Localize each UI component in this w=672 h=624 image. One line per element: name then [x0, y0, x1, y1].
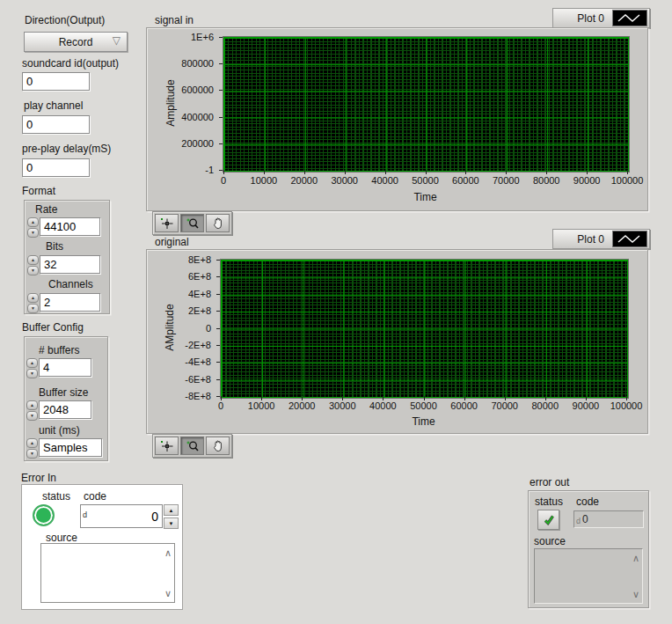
y-tick-label: -8E+8: [185, 391, 211, 401]
x-tick-label: 80000: [532, 400, 559, 411]
scroll-down-icon[interactable]: ∨: [164, 589, 172, 598]
error-in-code-field[interactable]: d 0: [80, 504, 163, 528]
x-tick-label: 40000: [371, 175, 398, 186]
bits-field[interactable]: 32: [40, 255, 100, 274]
plot-area[interactable]: [223, 37, 629, 172]
x-tick-label: 0: [221, 175, 226, 186]
increment-icon[interactable]: ▲: [27, 255, 39, 265]
buffer-size-label: Buffer size: [39, 386, 88, 399]
zoom-tool-button[interactable]: [180, 437, 204, 455]
x-tick-label: 50000: [410, 400, 437, 411]
decrement-icon[interactable]: ▼: [26, 369, 38, 378]
buffer-size-field[interactable]: 2048: [39, 400, 91, 419]
bits-spinner[interactable]: ▲ ▼: [27, 255, 39, 275]
x-axis[interactable]: 0100002000030000400005000060000700008000…: [221, 400, 626, 413]
error-in-code-spinner[interactable]: ▲ ▼: [164, 504, 179, 529]
y-tick-label: 0: [206, 323, 211, 334]
y-tick-label: -1: [205, 165, 214, 175]
pan-tool-button[interactable]: [206, 437, 230, 455]
x-tick-label: 70000: [491, 400, 518, 411]
preplay-delay-label: pre-play delay(mS): [22, 143, 111, 155]
zoom-tool-button[interactable]: [180, 214, 204, 232]
rate-label: Rate: [35, 203, 57, 216]
waveform-graph-original: AMplitude 8E+86E+84E+82E+80-2E+8-4E+8-6E…: [146, 249, 648, 434]
x-tick-label: 30000: [331, 175, 358, 186]
plot-legend-signal-in[interactable]: Plot 0: [552, 8, 650, 28]
num-buffers-field[interactable]: 4: [39, 358, 91, 377]
error-in-status-label: status: [42, 490, 70, 503]
y-tick-label: 800000: [181, 58, 214, 69]
x-tick-mark: [465, 170, 466, 174]
x-axis-label: Time: [223, 191, 627, 203]
increment-icon[interactable]: ▲: [27, 217, 39, 227]
y-tick-label: 1E+6: [191, 32, 214, 42]
channels-spinner[interactable]: ▲ ▼: [27, 293, 39, 313]
graph-title-signal-in: signal in: [155, 14, 194, 26]
cursor-tool-button[interactable]: [155, 214, 179, 232]
x-tick-label: 100000: [611, 175, 644, 186]
plot-line-sample-icon[interactable]: [612, 231, 647, 247]
unit-spinner[interactable]: ▲ ▼: [26, 438, 38, 459]
buffer-size-spinner[interactable]: ▲ ▼: [26, 400, 38, 421]
error-out-label: error out: [530, 476, 569, 488]
unit-label: unit (ms): [39, 424, 80, 437]
x-tick-label: 10000: [251, 175, 278, 186]
buffer-config-label: Buffer Config: [22, 321, 84, 334]
x-tick-label: 0: [218, 400, 223, 411]
plot-line-sample-icon[interactable]: [612, 10, 647, 26]
error-out-code-label: code: [576, 496, 599, 508]
error-in-code-label: code: [84, 490, 106, 503]
cursor-tool-button[interactable]: [155, 437, 179, 455]
x-axis[interactable]: 0100002000030000400005000060000700008000…: [223, 175, 627, 187]
num-buffers-spinner[interactable]: ▲ ▼: [26, 358, 38, 378]
x-tick-label: 90000: [573, 400, 600, 411]
x-tick-label: 60000: [450, 400, 478, 411]
unit-field[interactable]: Samples: [39, 438, 102, 457]
x-tick-label: 100000: [610, 400, 643, 411]
decrement-icon[interactable]: ▼: [26, 449, 38, 459]
scroll-down-icon[interactable]: ∨: [632, 590, 639, 598]
decrement-icon[interactable]: ▼: [26, 411, 38, 421]
plot-area[interactable]: [221, 260, 628, 398]
y-axis[interactable]: 1E+6800000600000400000200000-1: [147, 37, 218, 170]
pan-tool-button[interactable]: [206, 214, 230, 232]
increment-icon[interactable]: ▲: [26, 358, 38, 368]
decrement-icon[interactable]: ▼: [27, 228, 39, 238]
increment-icon[interactable]: ▲: [27, 293, 39, 303]
direction-dropdown[interactable]: Record ▽: [24, 32, 128, 52]
play-channel-field[interactable]: 0: [22, 115, 90, 134]
soundcard-id-label: soundcard id(output): [22, 57, 119, 70]
x-axis-label: Time: [221, 415, 626, 428]
chevron-down-icon[interactable]: ▽: [113, 34, 121, 47]
scroll-up-icon[interactable]: ∧: [632, 554, 639, 562]
x-tick-label: 30000: [329, 400, 356, 411]
graph-palette-original: [152, 434, 232, 458]
x-tick-mark: [385, 170, 386, 174]
rate-spinner[interactable]: ▲ ▼: [27, 217, 39, 238]
radix-indicator: d: [574, 511, 582, 525]
decrement-icon[interactable]: ▼: [27, 266, 39, 275]
error-in-source-box[interactable]: ∧ ∨: [40, 543, 175, 603]
error-out-status-label: status: [535, 496, 563, 508]
y-axis[interactable]: 8E+86E+84E+82E+80-2E+8-4E+8-6E+8-8E+8: [147, 260, 215, 396]
increment-icon[interactable]: ▲: [164, 504, 179, 516]
y-tick-label: -6E+8: [185, 374, 211, 385]
graph-palette-signal-in: [152, 211, 232, 235]
decrement-icon[interactable]: ▼: [164, 518, 179, 529]
increment-icon[interactable]: ▲: [26, 400, 38, 410]
preplay-delay-field[interactable]: 0: [22, 158, 90, 177]
plot-legend-original[interactable]: Plot 0: [552, 229, 650, 249]
soundcard-id-field[interactable]: 0: [22, 72, 90, 91]
decrement-icon[interactable]: ▼: [27, 304, 39, 313]
x-tick-label: 20000: [291, 175, 318, 186]
x-tick-label: 50000: [412, 175, 439, 186]
x-tick-label: 60000: [452, 175, 479, 186]
direction-value: Record: [59, 36, 93, 48]
increment-icon[interactable]: ▲: [26, 438, 38, 448]
channels-field[interactable]: 2: [40, 293, 100, 312]
status-led[interactable]: [33, 504, 55, 526]
scroll-up-icon[interactable]: ∧: [164, 548, 172, 557]
rate-field[interactable]: 44100: [40, 217, 100, 236]
radix-indicator[interactable]: d: [81, 505, 89, 519]
y-tick-label: 8E+8: [188, 254, 211, 265]
